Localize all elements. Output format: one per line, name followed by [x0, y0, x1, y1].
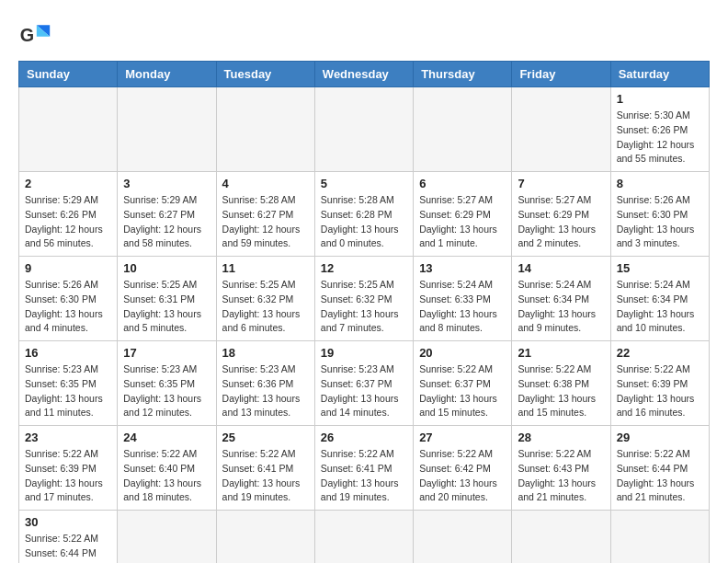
day-number: 30	[25, 515, 111, 529]
day-info: Sunrise: 5:24 AM Sunset: 6:33 PM Dayligh…	[419, 278, 506, 336]
day-number: 8	[617, 177, 703, 190]
day-info: Sunrise: 5:22 AM Sunset: 6:38 PM Dayligh…	[518, 362, 604, 420]
week-row-6: 30Sunrise: 5:22 AM Sunset: 6:44 PM Dayli…	[19, 511, 710, 564]
day-info: Sunrise: 5:25 AM Sunset: 6:32 PM Dayligh…	[222, 278, 309, 336]
day-info: Sunrise: 5:23 AM Sunset: 6:35 PM Dayligh…	[25, 362, 111, 420]
day-info: Sunrise: 5:24 AM Sunset: 6:34 PM Dayligh…	[617, 278, 703, 336]
day-number: 12	[321, 261, 407, 275]
day-number: 9	[25, 261, 111, 275]
column-header-thursday: Thursday	[414, 62, 512, 87]
day-number: 18	[222, 346, 309, 360]
svg-text:G: G	[20, 25, 34, 45]
day-cell-17: 17Sunrise: 5:23 AM Sunset: 6:35 PM Dayli…	[118, 341, 216, 426]
day-cell-19: 19Sunrise: 5:23 AM Sunset: 6:37 PM Dayli…	[314, 341, 413, 426]
day-cell-7: 7Sunrise: 5:27 AM Sunset: 6:29 PM Daylig…	[512, 172, 610, 257]
day-info: Sunrise: 5:22 AM Sunset: 6:40 PM Dayligh…	[123, 447, 210, 505]
day-info: Sunrise: 5:28 AM Sunset: 6:28 PM Dayligh…	[321, 193, 407, 251]
day-number: 19	[321, 346, 407, 360]
day-info: Sunrise: 5:24 AM Sunset: 6:34 PM Dayligh…	[518, 278, 604, 336]
day-info: Sunrise: 5:22 AM Sunset: 6:41 PM Dayligh…	[321, 447, 407, 505]
day-info: Sunrise: 5:25 AM Sunset: 6:32 PM Dayligh…	[321, 278, 407, 336]
day-number: 27	[419, 431, 506, 444]
day-number: 20	[419, 346, 506, 360]
empty-cell	[512, 87, 610, 172]
day-info: Sunrise: 5:27 AM Sunset: 6:29 PM Dayligh…	[518, 193, 604, 251]
empty-cell	[414, 511, 512, 564]
column-header-saturday: Saturday	[610, 62, 709, 87]
week-row-1: 1Sunrise: 5:30 AM Sunset: 6:26 PM Daylig…	[19, 87, 710, 172]
empty-cell	[216, 87, 314, 172]
day-cell-11: 11Sunrise: 5:25 AM Sunset: 6:32 PM Dayli…	[216, 257, 314, 341]
day-number: 23	[25, 431, 111, 444]
calendar-header-row: SundayMondayTuesdayWednesdayThursdayFrid…	[19, 62, 710, 87]
empty-cell	[610, 511, 709, 564]
day-number: 29	[617, 431, 703, 444]
day-number: 21	[518, 346, 604, 360]
day-number: 14	[518, 261, 604, 275]
empty-cell	[118, 87, 216, 172]
day-cell-18: 18Sunrise: 5:23 AM Sunset: 6:36 PM Dayli…	[216, 341, 314, 426]
day-cell-9: 9Sunrise: 5:26 AM Sunset: 6:30 PM Daylig…	[19, 257, 118, 341]
day-cell-14: 14Sunrise: 5:24 AM Sunset: 6:34 PM Dayli…	[512, 257, 610, 341]
day-number: 2	[25, 177, 111, 190]
day-number: 3	[123, 177, 210, 190]
day-info: Sunrise: 5:22 AM Sunset: 6:41 PM Dayligh…	[222, 447, 309, 505]
calendar: SundayMondayTuesdayWednesdayThursdayFrid…	[18, 61, 710, 563]
day-cell-1: 1Sunrise: 5:30 AM Sunset: 6:26 PM Daylig…	[610, 87, 709, 172]
day-cell-28: 28Sunrise: 5:22 AM Sunset: 6:43 PM Dayli…	[512, 426, 610, 511]
empty-cell	[19, 87, 118, 172]
day-number: 5	[321, 177, 407, 190]
day-cell-12: 12Sunrise: 5:25 AM Sunset: 6:32 PM Dayli…	[314, 257, 413, 341]
page-header: G	[18, 18, 710, 52]
empty-cell	[512, 511, 610, 564]
day-info: Sunrise: 5:22 AM Sunset: 6:39 PM Dayligh…	[25, 447, 111, 505]
day-info: Sunrise: 5:22 AM Sunset: 6:39 PM Dayligh…	[617, 362, 703, 420]
day-info: Sunrise: 5:23 AM Sunset: 6:35 PM Dayligh…	[123, 362, 210, 420]
day-number: 6	[419, 177, 506, 190]
day-info: Sunrise: 5:22 AM Sunset: 6:44 PM Dayligh…	[25, 532, 111, 563]
empty-cell	[414, 87, 512, 172]
day-info: Sunrise: 5:22 AM Sunset: 6:43 PM Dayligh…	[518, 447, 604, 505]
day-number: 7	[518, 177, 604, 190]
day-info: Sunrise: 5:29 AM Sunset: 6:27 PM Dayligh…	[123, 193, 210, 251]
week-row-5: 23Sunrise: 5:22 AM Sunset: 6:39 PM Dayli…	[19, 426, 710, 511]
day-info: Sunrise: 5:26 AM Sunset: 6:30 PM Dayligh…	[25, 278, 111, 336]
day-number: 10	[123, 261, 210, 275]
day-info: Sunrise: 5:30 AM Sunset: 6:26 PM Dayligh…	[617, 109, 703, 167]
day-cell-13: 13Sunrise: 5:24 AM Sunset: 6:33 PM Dayli…	[414, 257, 512, 341]
column-header-wednesday: Wednesday	[314, 62, 413, 87]
day-number: 1	[617, 92, 703, 106]
day-cell-3: 3Sunrise: 5:29 AM Sunset: 6:27 PM Daylig…	[118, 172, 216, 257]
day-cell-21: 21Sunrise: 5:22 AM Sunset: 6:38 PM Dayli…	[512, 341, 610, 426]
day-cell-24: 24Sunrise: 5:22 AM Sunset: 6:40 PM Dayli…	[118, 426, 216, 511]
logo: G	[18, 18, 57, 52]
column-header-tuesday: Tuesday	[216, 62, 314, 87]
day-number: 28	[518, 431, 604, 444]
day-cell-23: 23Sunrise: 5:22 AM Sunset: 6:39 PM Dayli…	[19, 426, 118, 511]
day-number: 16	[25, 346, 111, 360]
empty-cell	[216, 511, 314, 564]
day-info: Sunrise: 5:29 AM Sunset: 6:26 PM Dayligh…	[25, 193, 111, 251]
week-row-4: 16Sunrise: 5:23 AM Sunset: 6:35 PM Dayli…	[19, 341, 710, 426]
logo-icon: G	[18, 18, 51, 52]
day-number: 24	[123, 431, 210, 444]
day-number: 4	[222, 177, 309, 190]
day-number: 17	[123, 346, 210, 360]
day-info: Sunrise: 5:27 AM Sunset: 6:29 PM Dayligh…	[419, 193, 506, 251]
day-cell-27: 27Sunrise: 5:22 AM Sunset: 6:42 PM Dayli…	[414, 426, 512, 511]
day-cell-8: 8Sunrise: 5:26 AM Sunset: 6:30 PM Daylig…	[610, 172, 709, 257]
day-cell-16: 16Sunrise: 5:23 AM Sunset: 6:35 PM Dayli…	[19, 341, 118, 426]
column-header-monday: Monday	[118, 62, 216, 87]
day-info: Sunrise: 5:23 AM Sunset: 6:37 PM Dayligh…	[321, 362, 407, 420]
week-row-2: 2Sunrise: 5:29 AM Sunset: 6:26 PM Daylig…	[19, 172, 710, 257]
day-number: 25	[222, 431, 309, 444]
day-cell-22: 22Sunrise: 5:22 AM Sunset: 6:39 PM Dayli…	[610, 341, 709, 426]
day-info: Sunrise: 5:26 AM Sunset: 6:30 PM Dayligh…	[617, 193, 703, 251]
day-cell-4: 4Sunrise: 5:28 AM Sunset: 6:27 PM Daylig…	[216, 172, 314, 257]
empty-cell	[314, 511, 413, 564]
day-number: 13	[419, 261, 506, 275]
day-number: 11	[222, 261, 309, 275]
day-info: Sunrise: 5:22 AM Sunset: 6:42 PM Dayligh…	[419, 447, 506, 505]
day-info: Sunrise: 5:25 AM Sunset: 6:31 PM Dayligh…	[123, 278, 210, 336]
day-info: Sunrise: 5:22 AM Sunset: 6:44 PM Dayligh…	[617, 447, 703, 505]
